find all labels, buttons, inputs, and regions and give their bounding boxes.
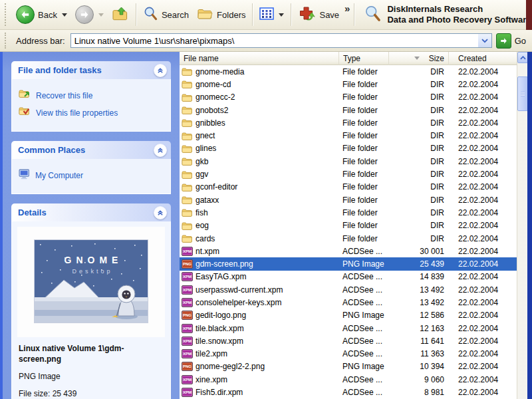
column-header-type[interactable]: Type: [339, 52, 389, 65]
table-row[interactable]: gconf-editorFile folderDIR22.02.2004: [180, 181, 517, 194]
place-my-computer[interactable]: My Computer: [19, 169, 164, 182]
table-row[interactable]: XPMtile.black.xpmACDSee ...12 16322.02.2…: [180, 322, 517, 334]
file-name-cell: gnobots2: [180, 106, 339, 115]
table-row[interactable]: XPMnt.xpmACDSee ...30 00122.02.2004: [180, 245, 517, 257]
table-row[interactable]: gnobots2File folderDIR22.02.2004: [180, 104, 517, 116]
file-created-cell: 22.02.2004: [449, 311, 517, 320]
task-view-this-file-properties[interactable]: View this file properties: [19, 106, 164, 120]
column-header-created[interactable]: Created: [449, 52, 517, 65]
file-name-text: cards: [196, 234, 215, 243]
back-button[interactable]: Back: [12, 4, 71, 25]
file-name-cell: XPMtile2.xpm: [180, 349, 339, 358]
file-tasks-panel-body: Recover this fileView this file properti…: [11, 79, 171, 132]
file-size-cell: DIR: [389, 131, 449, 140]
table-row[interactable]: gnome-cdFile folderDIR22.02.2004: [180, 78, 517, 90]
common-places-panel: Common Places My Computer: [11, 141, 171, 194]
address-input[interactable]: [70, 33, 492, 48]
address-dropdown-button[interactable]: [478, 34, 491, 47]
file-created-cell: 22.02.2004: [449, 336, 517, 346]
table-row[interactable]: PNGgedit-logo.pngPNG Image12 58622.02.20…: [180, 309, 517, 322]
png-file-icon: PNG: [182, 311, 193, 320]
file-size-cell: DIR: [389, 170, 449, 179]
task-recover-this-file[interactable]: Recover this file: [19, 89, 164, 102]
up-button[interactable]: [108, 5, 133, 25]
table-row[interactable]: PNGgdm-screen.pngPNG Image25 43922.02.20…: [180, 257, 517, 270]
file-size-cell: DIR: [389, 67, 449, 76]
table-row[interactable]: XPMconsolehelper-keys.xpmACDSee ...13 49…: [180, 296, 517, 309]
collapse-chevron-icon[interactable]: [154, 144, 167, 157]
table-row[interactable]: PNGgnome-gegl2-2.pngPNG Image10 39422.02…: [180, 360, 517, 373]
table-row[interactable]: gnome-mediaFile folderDIR22.02.2004: [180, 65, 517, 78]
file-type-cell: File folder: [339, 92, 389, 102]
column-header-file-name[interactable]: File name: [180, 52, 339, 65]
table-row[interactable]: gnibblesFile folderDIR22.02.2004: [180, 116, 517, 129]
table-row[interactable]: XPMEasyTAG.xpmACDSee ...14 83922.02.2004: [180, 271, 517, 283]
toolbar-overflow-chevron[interactable]: »: [344, 3, 350, 14]
file-created-cell: 22.02.2004: [449, 106, 517, 115]
folder-icon: [182, 182, 193, 192]
file-type-cell: File folder: [339, 131, 389, 140]
file-created-cell: 22.02.2004: [449, 157, 517, 166]
file-created-cell: 22.02.2004: [449, 196, 517, 205]
main-toolbar: Back Search: [0, 0, 532, 30]
file-name-cell: XPMtile.snow.xpm: [180, 336, 339, 346]
table-row[interactable]: XPMxine.xpmACDSee ...9 06022.02.2004: [180, 373, 517, 386]
column-header-size[interactable]: Size: [389, 52, 449, 65]
forward-icon: [75, 5, 94, 24]
table-row[interactable]: gataxxFile folderDIR22.02.2004: [180, 194, 517, 206]
file-list: File name Type Size Created gnome-mediaF…: [180, 52, 517, 399]
table-row[interactable]: ggvFile folderDIR22.02.2004: [180, 168, 517, 180]
table-row[interactable]: gnectFile folderDIR22.02.2004: [180, 129, 517, 142]
file-size-cell: DIR: [389, 208, 449, 217]
vertical-scrollbar[interactable]: [517, 52, 528, 399]
file-type-cell: PNG Image: [339, 311, 389, 320]
file-type-cell: ACDSee ...: [339, 324, 389, 333]
table-row[interactable]: eogFile folderDIR22.02.2004: [180, 219, 517, 232]
search-icon: [143, 6, 158, 23]
table-row[interactable]: gkbFile folderDIR22.02.2004: [180, 155, 517, 168]
table-row[interactable]: XPMtile.snow.xpmACDSee ...11 64122.02.20…: [180, 334, 517, 347]
toolbar-grip[interactable]: [5, 3, 9, 26]
views-button[interactable]: [255, 6, 288, 23]
save-button[interactable]: Save: [294, 4, 343, 25]
table-row[interactable]: XPMtile2.xpmACDSee ...11 36322.02.2004: [180, 348, 517, 360]
file-created-cell: 22.02.2004: [449, 285, 517, 295]
file-name-cell: gnomecc-2: [180, 92, 339, 102]
views-dropdown-caret[interactable]: [279, 13, 284, 17]
table-row[interactable]: XPMuserpasswd-current.xpmACDSee ...13 49…: [180, 283, 517, 296]
file-size-cell: DIR: [389, 182, 449, 192]
file-type-cell: File folder: [339, 182, 389, 192]
panel-title: Common Places: [18, 145, 85, 155]
file-type-cell: ACDSee ...: [339, 349, 389, 358]
table-row[interactable]: gnomecc-2File folderDIR22.02.2004: [180, 91, 517, 104]
table-row[interactable]: XPMFish5.dir.xpmACDSee ...8 98122.02.200…: [180, 386, 517, 398]
forward-button[interactable]: [71, 4, 108, 25]
go-button[interactable]: [496, 33, 511, 49]
file-name-text: gnome-media: [196, 67, 244, 76]
table-row[interactable]: cardsFile folderDIR22.02.2004: [180, 232, 517, 245]
scroll-up-button[interactable]: [517, 52, 528, 63]
scrollbar-thumb[interactable]: [517, 76, 528, 111]
file-name-cell: gnome-cd: [180, 80, 339, 89]
file-created-cell: 22.02.2004: [449, 144, 517, 153]
details-panel-header[interactable]: Details: [11, 203, 171, 221]
file-name-text: tile.snow.xpm: [196, 336, 243, 346]
addressbar-grip[interactable]: [5, 33, 9, 49]
back-icon: [16, 5, 35, 24]
table-row[interactable]: glinesFile folderDIR22.02.2004: [180, 142, 517, 155]
file-name-cell: PNGgnome-gegl2-2.png: [180, 362, 339, 371]
back-dropdown-caret[interactable]: [62, 13, 67, 17]
collapse-chevron-icon[interactable]: [154, 64, 167, 77]
file-created-cell: 22.02.2004: [449, 67, 517, 76]
search-button[interactable]: Search: [139, 5, 193, 25]
table-row[interactable]: fishFile folderDIR22.02.2004: [180, 206, 517, 219]
folders-button[interactable]: Folders: [193, 5, 249, 24]
common-places-panel-header[interactable]: Common Places: [11, 141, 171, 159]
file-name-cell: XPMconsolehelper-keys.xpm: [180, 298, 339, 307]
folder-icon: [182, 196, 193, 205]
file-tasks-panel-header[interactable]: File and folder tasks: [11, 61, 171, 79]
file-size-cell: 13 492: [389, 298, 449, 307]
forward-dropdown-caret: [98, 13, 104, 17]
collapse-chevron-icon[interactable]: [154, 206, 167, 219]
file-name-text: nt.xpm: [196, 247, 219, 256]
